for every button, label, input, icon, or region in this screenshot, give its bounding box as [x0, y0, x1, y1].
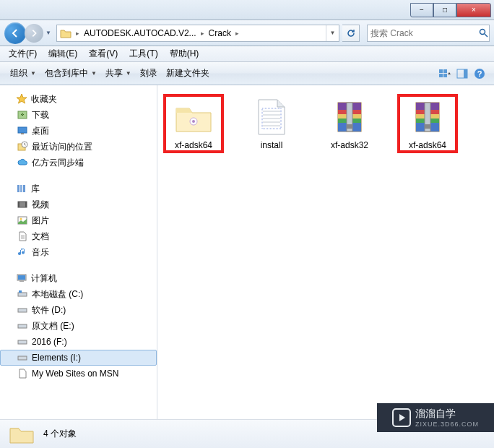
- address-dropdown[interactable]: ▼: [326, 25, 339, 41]
- search-box[interactable]: [367, 25, 490, 42]
- svg-rect-3: [443, 69, 447, 73]
- cloud-icon: [16, 156, 29, 169]
- search-input[interactable]: [370, 28, 479, 38]
- back-button[interactable]: [4, 22, 26, 44]
- computer-group: 计算机 本地磁盘 (C:) 软件 (D:) 原文档 (E:) 2016 (F:)…: [0, 270, 157, 382]
- search-icon: [479, 28, 488, 38]
- menu-help[interactable]: 帮助(H): [164, 48, 205, 60]
- computer-icon: [15, 272, 28, 285]
- svg-rect-31: [18, 356, 27, 360]
- navigation-pane[interactable]: 收藏夹 下载 桌面 最近访问的位置 亿方云同步端 库 视频 图片 文档 音乐 计…: [0, 85, 157, 419]
- newfolder-label: 新建文件夹: [166, 67, 209, 79]
- minimize-button[interactable]: −: [410, 3, 433, 17]
- menu-edit[interactable]: 编辑(E): [43, 48, 83, 60]
- svg-rect-19: [18, 202, 20, 207]
- svg-rect-24: [18, 275, 25, 280]
- breadcrumb-seg-2[interactable]: Crack: [206, 25, 234, 41]
- sidebar-item-websites[interactable]: My Web Sites on MSN: [0, 366, 157, 382]
- breadcrumb-sep-icon: ▸: [199, 30, 206, 37]
- file-item-xf-adsk64[interactable]: xf-adsk64: [397, 94, 458, 153]
- svg-rect-29: [18, 324, 27, 328]
- burn-button[interactable]: 刻录: [136, 65, 162, 82]
- sidebar-item-pictures[interactable]: 图片: [0, 212, 157, 228]
- sidebar-item-label: 亿方云同步端: [32, 157, 84, 169]
- organize-button[interactable]: 组织▼: [6, 65, 40, 82]
- drive-icon: [16, 335, 29, 348]
- breadcrumb-sep-icon: ▸: [234, 30, 240, 37]
- star-icon: [15, 92, 28, 105]
- picture-icon: [16, 214, 29, 227]
- refresh-button[interactable]: [342, 25, 360, 42]
- recent-icon: [16, 140, 29, 153]
- preview-pane-button[interactable]: [454, 65, 471, 82]
- sidebar-item-cloud[interactable]: 亿方云同步端: [0, 155, 157, 171]
- rar-icon: [407, 97, 448, 137]
- nav-arrows: ▼: [4, 22, 53, 44]
- file-name-label: install: [261, 140, 283, 150]
- help-button[interactable]: ?: [471, 65, 488, 82]
- address-bar[interactable]: ▸ AUTODESK.AUTOCAD.V2... ▸ Crack ▸ ▼: [56, 25, 339, 42]
- menu-tools[interactable]: 工具(T): [124, 48, 163, 60]
- computer-header[interactable]: 计算机: [0, 270, 157, 286]
- close-button[interactable]: ×: [456, 3, 491, 17]
- sidebar-item-label: 软件 (D:): [32, 304, 66, 316]
- file-item-install[interactable]: install: [241, 94, 302, 153]
- nav-history-dropdown[interactable]: ▼: [43, 25, 53, 42]
- favorites-header[interactable]: 收藏夹: [0, 91, 157, 107]
- sidebar-item-drive-i[interactable]: Elements (I:): [0, 350, 157, 366]
- new-folder-button[interactable]: 新建文件夹: [162, 65, 214, 82]
- explorer-body: 收藏夹 下载 桌面 最近访问的位置 亿方云同步端 库 视频 图片 文档 音乐 计…: [0, 85, 494, 419]
- svg-point-22: [20, 218, 22, 220]
- text-icon: [251, 97, 292, 137]
- svg-rect-47: [347, 124, 352, 129]
- favorites-group: 收藏夹 下载 桌面 最近访问的位置 亿方云同步端: [0, 91, 157, 171]
- file-item-xf-adsk64[interactable]: xf-adsk64: [163, 94, 224, 153]
- sidebar-item-label: 下载: [32, 109, 49, 121]
- share-button[interactable]: 共享▼: [101, 65, 136, 82]
- menu-view[interactable]: 查看(V): [83, 48, 124, 60]
- watermark: 溜溜自学 ZIXUE.3D66.COM: [377, 403, 494, 432]
- file-item-xf-adsk32[interactable]: xf-adsk32: [319, 94, 380, 153]
- status-count: 4 个对象: [43, 428, 77, 440]
- sidebar-item-recent[interactable]: 最近访问的位置: [0, 139, 157, 155]
- sidebar-item-music[interactable]: 音乐: [0, 244, 157, 260]
- view-options-button[interactable]: [436, 65, 454, 82]
- chevron-down-icon: ▼: [30, 70, 36, 77]
- sidebar-item-drive-d[interactable]: 软件 (D:): [0, 302, 157, 318]
- sidebar-item-label: 桌面: [32, 125, 49, 137]
- include-library-button[interactable]: 包含到库中▼: [40, 65, 101, 82]
- svg-rect-2: [439, 69, 443, 73]
- forward-button[interactable]: [25, 24, 43, 43]
- svg-point-0: [480, 30, 485, 35]
- libraries-group: 库 视频 图片 文档 音乐: [0, 181, 157, 260]
- drive-icon: [16, 303, 29, 316]
- svg-rect-55: [425, 124, 430, 129]
- maximize-button[interactable]: □: [433, 3, 456, 17]
- sidebar-item-downloads[interactable]: 下载: [0, 107, 157, 123]
- breadcrumb-sep-icon: ▸: [74, 30, 81, 37]
- menu-file[interactable]: 文件(F): [3, 48, 43, 60]
- sidebar-item-label: 原文档 (E:): [32, 320, 74, 332]
- organize-label: 组织: [10, 67, 27, 79]
- sidebar-item-documents[interactable]: 文档: [0, 228, 157, 244]
- sidebar-item-label: 视频: [32, 199, 49, 211]
- breadcrumb-seg-1[interactable]: AUTODESK.AUTOCAD.V2...: [81, 25, 199, 41]
- sidebar-item-desktop[interactable]: 桌面: [0, 123, 157, 139]
- sidebar-item-video[interactable]: 视频: [0, 197, 157, 212]
- music-icon: [16, 246, 29, 259]
- sidebar-item-drive-f[interactable]: 2016 (F:): [0, 334, 157, 350]
- file-name-label: xf-adsk64: [175, 140, 212, 150]
- svg-rect-7: [464, 69, 467, 78]
- file-name-label: xf-adsk64: [409, 140, 446, 150]
- drive-icon: [16, 319, 29, 332]
- download-icon: [16, 108, 29, 121]
- libraries-header[interactable]: 库: [0, 181, 157, 197]
- svg-line-1: [485, 34, 488, 37]
- sidebar-item-drive-e[interactable]: 原文档 (E:): [0, 318, 157, 334]
- svg-rect-17: [23, 185, 25, 192]
- file-list-pane[interactable]: xf-adsk64installxf-adsk32xf-adsk64: [157, 85, 494, 419]
- video-icon: [16, 198, 29, 211]
- nav-bar: ▼ ▸ AUTODESK.AUTOCAD.V2... ▸ Crack ▸ ▼: [0, 20, 494, 46]
- window-controls: − □ ×: [410, 3, 491, 17]
- sidebar-item-drive-c[interactable]: 本地磁盘 (C:): [0, 286, 157, 302]
